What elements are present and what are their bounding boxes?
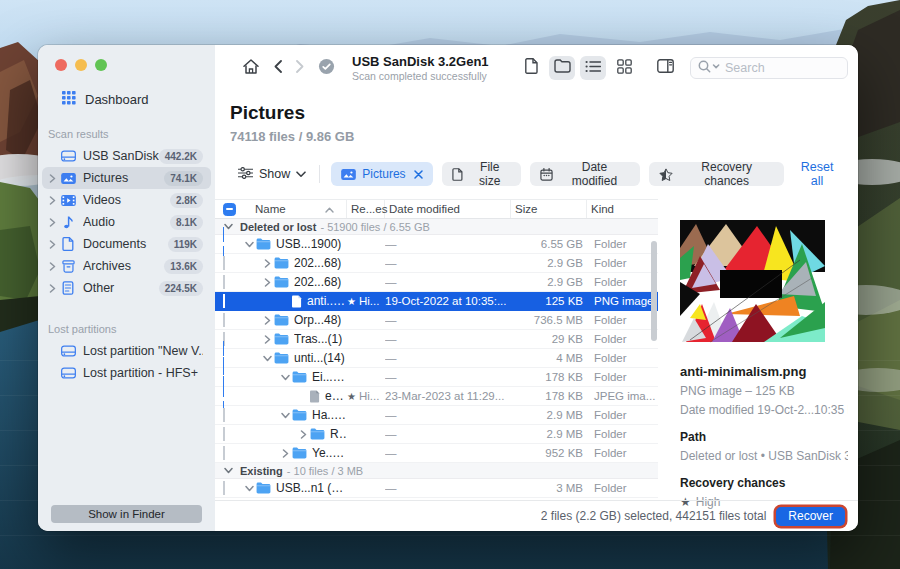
table-group-header-existing[interactable]: Existing- 10 files / 3 MB — [215, 463, 658, 479]
show-in-finder-button[interactable]: Show in Finder — [51, 505, 202, 523]
chevron-right-icon[interactable] — [46, 262, 59, 271]
bottom-bar: 2 files (2.2 GB) selected, 442151 files … — [215, 500, 858, 531]
column-header-kind[interactable]: Kind — [587, 200, 658, 218]
grid-view-button[interactable] — [611, 56, 637, 80]
search-input[interactable] — [725, 61, 840, 75]
table-scrollbar-thumb[interactable] — [651, 241, 657, 341]
count-badge: 442.2K — [159, 149, 203, 164]
table-row[interactable]: e...g★Hi...23-Mar-2023 at 11:29...178 KB… — [215, 387, 658, 406]
date-modified-cell: — — [385, 276, 511, 288]
row-checkbox[interactable] — [223, 275, 225, 289]
close-window-button[interactable] — [55, 59, 67, 71]
table-row[interactable]: Tras...(1)—29 KBFolder — [215, 330, 658, 349]
select-all-checkbox[interactable] — [223, 203, 236, 216]
filter-bar: Show PicturesFile sizeDate modifiedRecov… — [215, 160, 858, 188]
column-header-recovery[interactable]: Re...es — [347, 200, 385, 218]
chevron-down-icon[interactable] — [243, 485, 256, 492]
row-checkbox[interactable] — [223, 446, 225, 460]
chevron-right-icon[interactable] — [46, 174, 59, 183]
chevron-down-icon[interactable] — [279, 374, 292, 381]
file-icon — [452, 168, 463, 181]
scan-status-button[interactable] — [311, 58, 342, 78]
date-modified-cell: — — [385, 371, 511, 383]
sidebar-item-dashboard[interactable]: Dashboard — [62, 91, 215, 108]
reset-all-button[interactable]: Reset all — [793, 160, 841, 188]
chevron-right-icon[interactable] — [261, 278, 274, 287]
sidebar-item-archives[interactable]: Archives13.6K — [42, 255, 211, 277]
sidebar-item-other[interactable]: Other224.5K — [42, 277, 211, 299]
row-checkbox[interactable] — [223, 313, 225, 327]
column-header-size[interactable]: Size — [511, 200, 587, 218]
table-row[interactable]: 202...68)—2.9 GBFolder — [215, 273, 658, 292]
file-view-button[interactable] — [518, 56, 544, 80]
close-icon[interactable] — [414, 170, 423, 179]
chevron-down-icon[interactable] — [261, 355, 274, 362]
kind-cell: Folder — [587, 371, 658, 383]
chevron-right-icon[interactable] — [46, 284, 59, 293]
filter-chip-recovery-chances[interactable]: Recovery chances — [649, 162, 784, 186]
date-modified-cell: — — [385, 352, 511, 364]
sidebar-item-audio[interactable]: Audio8.1K — [42, 211, 211, 233]
folder-view-button[interactable] — [549, 56, 575, 80]
sidebar-item-lost-partition-hfs[interactable]: Lost partition - HFS+ — [42, 362, 211, 384]
chevron-right-icon[interactable] — [261, 316, 274, 325]
row-checkbox[interactable] — [223, 481, 225, 495]
sidebar-item-documents[interactable]: Documents119K — [42, 233, 211, 255]
sidebar-toggle-button[interactable] — [652, 56, 678, 80]
filter-chip-file-size[interactable]: File size — [442, 162, 521, 186]
preview-fileinfo: PNG image – 125 KB — [680, 384, 848, 398]
filter-chip-date-modified[interactable]: Date modified — [530, 162, 640, 186]
table-row[interactable]: Ye...(2)—952 KBFolder — [215, 444, 658, 463]
table-row[interactable]: anti....png★Hi...19-Oct-2022 at 10:35:..… — [215, 292, 658, 311]
back-button[interactable] — [267, 60, 289, 76]
scan-results-list: USB SanDisk...442.2KPictures74.1KVideos2… — [38, 145, 215, 299]
forward-button[interactable] — [289, 60, 311, 76]
home-button[interactable] — [235, 58, 267, 78]
show-filter-button[interactable]: Show — [236, 167, 308, 182]
chevron-right-icon[interactable] — [279, 449, 292, 458]
filter-chip-pictures[interactable]: Pictures — [331, 162, 432, 186]
file-name: 202...68) — [294, 256, 341, 270]
sidebar-item-videos[interactable]: Videos2.8K — [42, 189, 211, 211]
chevron-right-icon[interactable] — [46, 240, 59, 249]
search-field[interactable] — [690, 57, 848, 79]
table-row[interactable]: USB...n1 (10)—3 MBFolder — [215, 479, 658, 498]
table-group-header-deleted-or-lost[interactable]: Deleted or lost- 51900 files / 6.55 GB — [215, 219, 658, 235]
row-checkbox[interactable] — [223, 256, 225, 270]
chevron-down-icon[interactable] — [243, 241, 256, 248]
file-name: anti....png — [307, 294, 347, 308]
minimize-window-button[interactable] — [75, 59, 87, 71]
chevron-right-icon[interactable] — [297, 430, 310, 439]
row-checkbox[interactable] — [223, 427, 225, 441]
list-view-button[interactable] — [580, 56, 606, 80]
chevron-right-icon[interactable] — [46, 218, 59, 227]
sidebar-item-label: Lost partition - HFS+ — [83, 366, 203, 380]
recover-button[interactable]: Recover — [776, 507, 845, 526]
disk-icon — [59, 150, 77, 162]
table-row[interactable]: Ha...11)—2.9 MBFolder — [215, 406, 658, 425]
row-checkbox[interactable] — [223, 294, 225, 308]
table-row[interactable]: R...)—2.9 MBFolder — [215, 425, 658, 444]
table-row[interactable]: USB...1900)—6.55 GBFolder — [215, 235, 658, 254]
column-header-name[interactable]: Name — [243, 200, 347, 218]
sidebar-item-usb-sandisk[interactable]: USB SanDisk...442.2K — [42, 145, 211, 167]
size-cell: 178 KB — [511, 371, 587, 383]
table-row[interactable]: 202...68)—2.9 GBFolder — [215, 254, 658, 273]
column-header-date-modified[interactable]: Date modified — [385, 200, 511, 218]
page-subtitle: 74118 files / 9.86 GB — [230, 129, 858, 144]
table-row[interactable]: Orp...48)—736.5 MBFolder — [215, 311, 658, 330]
table-header: Name Re...es Date modified Size Kind — [215, 199, 658, 219]
row-checkbox[interactable] — [223, 408, 225, 422]
table-row[interactable]: Ei...(1)—178 KBFolder — [215, 368, 658, 387]
chevron-down-icon[interactable] — [279, 412, 292, 419]
chevron-right-icon[interactable] — [261, 259, 274, 268]
sidebar-item-pictures[interactable]: Pictures74.1K — [42, 167, 211, 189]
file-details: anti-minimalism.png PNG image – 125 KB D… — [680, 364, 858, 509]
chevron-right-icon[interactable] — [46, 196, 59, 205]
table-row[interactable]: unti...(14)—4 MBFolder — [215, 349, 658, 368]
count-badge: 13.6K — [164, 259, 203, 274]
zoom-window-button[interactable] — [95, 59, 107, 71]
chevron-right-icon[interactable] — [261, 335, 274, 344]
sidebar-item-lost-partition-new-v[interactable]: Lost partition "New V... — [42, 340, 211, 362]
chevron-down-icon — [296, 167, 306, 181]
